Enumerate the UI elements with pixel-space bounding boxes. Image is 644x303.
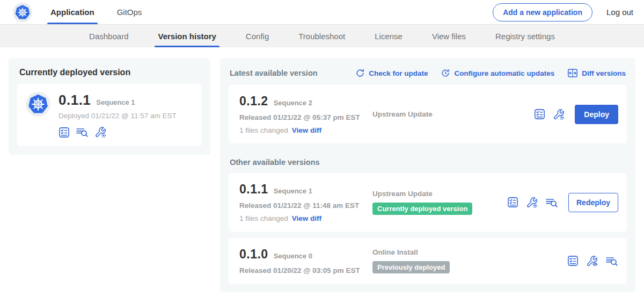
tab-application[interactable]: Application bbox=[49, 0, 96, 24]
source-label: Upstream Update bbox=[372, 110, 534, 118]
files-changed-label: 1 files changed bbox=[239, 214, 288, 222]
refresh-icon bbox=[355, 68, 365, 78]
currently-deployed-card: 0.1.1 Sequence 1 Deployed 01/21/22 @ 11:… bbox=[17, 84, 202, 146]
deployed-version-details: 0.1.1 Sequence 1 Deployed 01/21/22 @ 11:… bbox=[58, 92, 177, 138]
latest-version-title: Latest available version bbox=[230, 69, 318, 77]
subnav-item-view-files[interactable]: View files bbox=[432, 25, 466, 47]
version-row-0-1-2: 0.1.2 Sequence 2 Released 01/21/22 @ 05:… bbox=[229, 85, 627, 143]
configure-automatic-updates-label: Configure automatic updates bbox=[454, 69, 554, 77]
version-row-0-1-0: 0.1.0 Sequence 0 Released 01/20/22 @ 03:… bbox=[229, 238, 627, 284]
schedule-update-icon bbox=[441, 68, 450, 78]
version-number: 0.1.2 bbox=[239, 94, 268, 109]
subnav-item-troubleshoot[interactable]: Troubleshoot bbox=[298, 25, 345, 47]
subnav-item-config[interactable]: Config bbox=[246, 25, 269, 47]
release-notes-icon[interactable] bbox=[534, 109, 545, 120]
main-content: Currently deployed version 0.1.1 Sequenc… bbox=[0, 47, 644, 303]
version-row-actions bbox=[567, 255, 618, 267]
edit-config-icon[interactable] bbox=[526, 197, 538, 208]
released-timestamp: Released 01/20/22 @ 03:05 pm EST bbox=[239, 266, 372, 275]
subnav-item-registry-settings[interactable]: Registry settings bbox=[495, 25, 555, 47]
release-notes-icon[interactable] bbox=[567, 255, 579, 266]
subnav-item-license[interactable]: License bbox=[375, 25, 402, 47]
view-logs-icon[interactable] bbox=[76, 126, 89, 138]
version-row-actions: Redeploy bbox=[507, 193, 618, 212]
tab-gitops[interactable]: GitOps bbox=[116, 0, 143, 24]
currently-deployed-badge: Currently deployed version bbox=[372, 203, 472, 215]
check-for-update-link[interactable]: Check for update bbox=[355, 68, 428, 78]
currently-deployed-panel: Currently deployed version 0.1.1 Sequenc… bbox=[9, 58, 210, 155]
kubernetes-logo bbox=[13, 3, 32, 22]
diff-versions-link[interactable]: Diff versions bbox=[567, 68, 626, 78]
previously-deployed-badge: Previously deployed bbox=[372, 261, 450, 273]
redeploy-button[interactable]: Redeploy bbox=[568, 193, 618, 212]
logout-button[interactable]: Log out bbox=[606, 8, 633, 17]
currently-deployed-title: Currently deployed version bbox=[19, 68, 202, 77]
version-source: Online Install Previously deployed bbox=[372, 248, 567, 273]
view-logs-icon[interactable] bbox=[545, 197, 558, 208]
version-details: 0.1.1 Sequence 1 Released 01/21/22 @ 11:… bbox=[239, 182, 372, 222]
header-actions: Add a new application Log out bbox=[493, 3, 633, 21]
configure-automatic-updates-link[interactable]: Configure automatic updates bbox=[441, 68, 554, 78]
edit-config-icon[interactable] bbox=[553, 109, 565, 120]
sequence-label: Sequence 2 bbox=[274, 99, 312, 107]
version-number: 0.1.0 bbox=[239, 247, 268, 262]
other-versions-title: Other available versions bbox=[230, 158, 627, 167]
app-header: Application GitOps Add a new application… bbox=[0, 0, 644, 24]
deployed-version-number: 0.1.1 bbox=[58, 92, 91, 109]
release-notes-icon[interactable] bbox=[507, 197, 518, 208]
deployed-sequence-label: Sequence 1 bbox=[96, 98, 135, 106]
app-subnav: Dashboard Version history Config Trouble… bbox=[0, 24, 644, 47]
version-actions: Check for update Configure automatic upd… bbox=[355, 68, 626, 78]
sequence-label: Sequence 1 bbox=[274, 187, 312, 195]
release-notes-icon[interactable] bbox=[58, 127, 70, 138]
edit-config-icon[interactable] bbox=[94, 126, 106, 138]
latest-version-header: Latest available version Check for updat… bbox=[229, 66, 627, 85]
source-label: Upstream Update bbox=[372, 190, 507, 198]
files-changed-label: 1 files changed bbox=[239, 126, 288, 134]
version-history-panel: Latest available version Check for updat… bbox=[220, 58, 635, 292]
sequence-label: Sequence 0 bbox=[274, 252, 312, 260]
deploy-button[interactable]: Deploy bbox=[575, 105, 618, 124]
version-row-0-1-1: 0.1.1 Sequence 1 Released 01/21/22 @ 11:… bbox=[229, 173, 627, 232]
subnav-item-dashboard[interactable]: Dashboard bbox=[89, 25, 128, 47]
released-timestamp: Released 01/21/22 @ 11:48 am EST bbox=[239, 201, 372, 210]
header-tabs: Application GitOps bbox=[49, 0, 143, 24]
version-row-actions: Deploy bbox=[534, 105, 618, 124]
deployed-timestamp: Deployed 01/21/22 @ 11:57 am EST bbox=[58, 112, 177, 120]
version-source: Upstream Update bbox=[372, 110, 534, 118]
diff-icon bbox=[567, 68, 578, 78]
view-diff-link[interactable]: View diff bbox=[292, 214, 321, 222]
subnav-item-version-history[interactable]: Version history bbox=[158, 25, 216, 47]
version-details: 0.1.2 Sequence 2 Released 01/21/22 @ 05:… bbox=[239, 94, 372, 134]
check-for-update-label: Check for update bbox=[369, 69, 428, 77]
version-source: Upstream Update Currently deployed versi… bbox=[372, 190, 507, 215]
version-details: 0.1.0 Sequence 0 Released 01/20/22 @ 03:… bbox=[239, 247, 372, 275]
source-label: Online Install bbox=[372, 248, 567, 256]
version-number: 0.1.1 bbox=[239, 182, 268, 197]
view-diff-link[interactable]: View diff bbox=[292, 126, 321, 134]
add-application-button[interactable]: Add a new application bbox=[493, 3, 592, 21]
view-logs-icon[interactable] bbox=[605, 255, 618, 267]
view-config-icon[interactable] bbox=[586, 255, 598, 267]
diff-versions-label: Diff versions bbox=[582, 69, 626, 77]
kubernetes-app-icon bbox=[26, 92, 50, 117]
released-timestamp: Released 01/21/22 @ 05:37 pm EST bbox=[239, 113, 372, 121]
